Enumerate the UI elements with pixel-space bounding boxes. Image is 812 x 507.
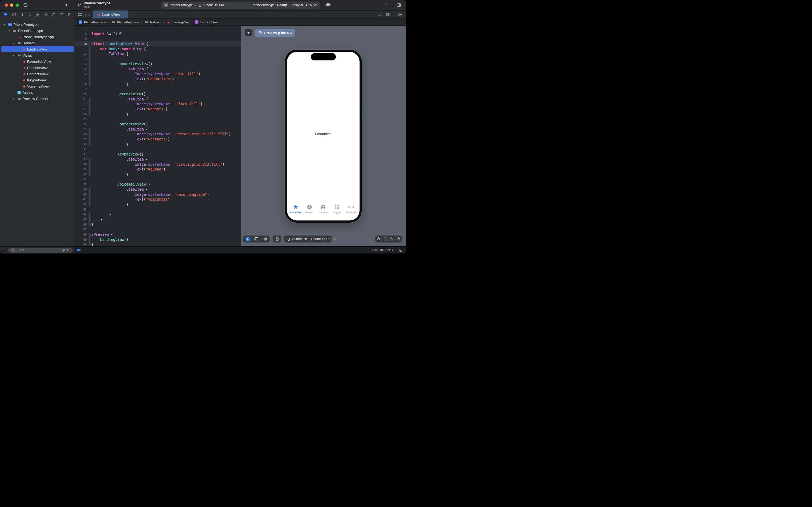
line-number[interactable]: 40 <box>75 193 89 196</box>
line-number[interactable]: 20 <box>75 92 89 96</box>
filter-options-icon[interactable] <box>10 248 16 252</box>
phone-tab-favourites[interactable]: ★Favourites <box>289 204 303 216</box>
line-number[interactable]: 15 <box>75 67 89 71</box>
line-number[interactable]: 21 <box>75 97 89 101</box>
sidebar-item-helpers[interactable]: ▾Helpers <box>0 40 75 46</box>
navigator-tab-tag[interactable] <box>59 12 64 16</box>
line-number[interactable]: 27 <box>75 127 89 131</box>
line-number[interactable]: 19 <box>75 87 89 91</box>
navigator-tab-folder-filled[interactable] <box>3 12 8 16</box>
sidebar-item-phoneprototype[interactable]: ▾PhonePrototype <box>0 27 75 34</box>
fold-ribbon[interactable] <box>89 117 91 122</box>
breadcrumb-item-4[interactable]: SLandingView <box>194 20 218 24</box>
fold-ribbon[interactable] <box>89 192 91 197</box>
line-number[interactable]: 28 <box>75 132 89 136</box>
line-number[interactable]: 43 <box>75 208 89 211</box>
preview-tab[interactable]: Preview (Line 48) <box>255 29 295 37</box>
breadcrumb-item-1[interactable]: PhonePrototype <box>111 20 139 24</box>
fold-ribbon[interactable] <box>89 102 91 107</box>
fold-ribbon[interactable] <box>89 157 91 162</box>
sidebar-item-favouritesview[interactable]: FavouritesView <box>0 59 75 65</box>
navigator-tab-spray[interactable] <box>52 12 56 17</box>
fold-ribbon[interactable] <box>89 81 91 87</box>
fold-ribbon[interactable] <box>89 172 91 177</box>
zoom-100-button[interactable]: 1 <box>383 237 388 241</box>
fold-ribbon[interactable] <box>89 232 91 237</box>
line-number[interactable]: 36 <box>75 173 89 176</box>
toggle-navigator-icon[interactable] <box>23 3 28 7</box>
line-number[interactable]: 32 <box>75 153 89 156</box>
navigator-tab-warning[interactable] <box>35 12 40 17</box>
editor-tab[interactable]: LandingView <box>93 10 128 18</box>
fold-ribbon[interactable] <box>89 107 91 112</box>
line-number[interactable]: 34 <box>75 163 89 166</box>
navigator-tab-test-diamond[interactable] <box>44 12 48 17</box>
sidebar-item-voicemailview[interactable]: VoicemailView <box>0 83 75 90</box>
iphone-preview[interactable]: Favourites ★FavouritesRecentsContactsKey… <box>284 49 362 223</box>
breadcrumb-item-0[interactable]: PhonePrototype <box>78 20 106 24</box>
sidebar-item-recentsview[interactable]: RecentsView <box>0 65 75 71</box>
navigator-tab-source-control[interactable] <box>11 12 16 17</box>
line-number[interactable]: 12 <box>75 52 89 56</box>
fold-ribbon[interactable] <box>89 227 91 232</box>
fold-ribbon[interactable] <box>89 41 91 47</box>
chevron-right-icon[interactable]: ▸ <box>12 97 15 100</box>
toggle-inspector-icon[interactable] <box>396 3 401 7</box>
navigator-tab-search[interactable] <box>27 12 32 17</box>
sidebar-item-phoneprototypeapp[interactable]: PhonePrototypeApp <box>0 34 75 40</box>
fold-ribbon[interactable] <box>89 182 91 187</box>
fold-ribbon[interactable] <box>89 67 91 72</box>
sidebar-item-assets[interactable]: Assets <box>0 90 75 96</box>
fold-ribbon[interactable] <box>89 122 91 127</box>
fold-ribbon[interactable] <box>89 187 91 192</box>
split-editor-icon[interactable] <box>397 12 402 17</box>
fold-ribbon[interactable] <box>89 237 91 242</box>
sidebar-item-landingview[interactable]: LandingView <box>0 46 75 52</box>
sidebar-item-preview-content[interactable]: ▸Preview Content <box>0 96 75 102</box>
line-number[interactable]: 47 <box>75 228 89 231</box>
fold-ribbon[interactable] <box>89 147 91 152</box>
device-settings-button[interactable] <box>275 237 279 241</box>
add-editor-button[interactable]: + <box>385 2 388 8</box>
chevron-down-icon[interactable]: ▾ <box>12 54 15 57</box>
fold-ribbon[interactable] <box>89 47 91 52</box>
chevron-down-icon[interactable]: ▾ <box>12 42 15 45</box>
breadcrumb-item-3[interactable]: LandingView <box>166 20 189 24</box>
fold-ribbon[interactable] <box>89 36 91 41</box>
selectable-mode-button[interactable] <box>254 237 258 241</box>
fold-ribbon[interactable] <box>89 142 91 147</box>
line-number[interactable]: 48 <box>75 233 89 236</box>
line-number[interactable]: 45 <box>75 218 89 221</box>
zoom-fit-button[interactable] <box>390 237 394 241</box>
preview-device-selector[interactable]: Automatic – iPhone 15 Pro <box>284 235 332 242</box>
chevron-down-icon[interactable]: ▾ <box>3 23 6 26</box>
line-number[interactable]: 37 <box>75 177 89 181</box>
phone-tab-recents[interactable]: Recents <box>303 204 316 216</box>
live-preview-button[interactable] <box>245 237 250 241</box>
add-file-button[interactable] <box>2 248 6 252</box>
line-number[interactable]: 10 <box>75 42 89 46</box>
fold-ribbon[interactable] <box>89 26 91 32</box>
fold-ribbon[interactable] <box>89 222 91 227</box>
fold-ribbon[interactable] <box>89 71 91 76</box>
line-number[interactable]: 26 <box>75 122 89 126</box>
fold-ribbon[interactable] <box>89 61 91 67</box>
line-number[interactable]: 25 <box>75 117 89 121</box>
line-number[interactable]: 24 <box>75 113 89 116</box>
filter-field[interactable]: Filter <box>8 247 73 253</box>
fold-ribbon[interactable] <box>89 76 91 81</box>
navigator-tab-report[interactable] <box>68 12 72 17</box>
fold-ribbon[interactable] <box>89 197 91 202</box>
phone-tab-contacts[interactable]: Contacts <box>316 204 330 216</box>
line-number[interactable]: 23 <box>75 107 89 111</box>
chevron-down-icon[interactable]: ▾ <box>7 29 11 32</box>
breadcrumb-item-2[interactable]: Helpers <box>144 20 161 24</box>
line-number[interactable]: 33 <box>75 158 89 161</box>
minimize-button[interactable] <box>10 3 13 7</box>
fold-ribbon[interactable] <box>89 217 91 222</box>
variants-button[interactable] <box>263 237 268 241</box>
line-number[interactable]: 46 <box>75 223 89 226</box>
zoom-out-button[interactable] <box>376 237 381 241</box>
fold-ribbon[interactable] <box>89 162 91 167</box>
fold-ribbon[interactable] <box>89 202 91 207</box>
